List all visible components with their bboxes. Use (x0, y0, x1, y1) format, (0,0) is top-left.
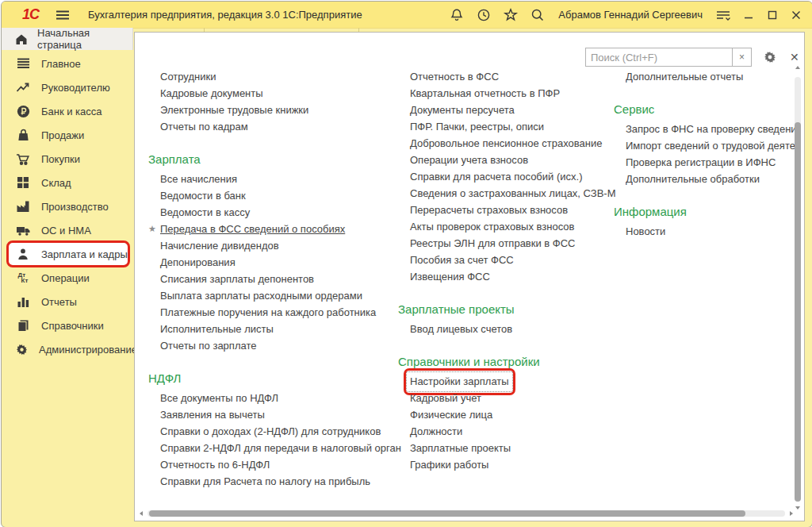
favorites-star-icon[interactable] (503, 7, 519, 23)
scroll-left-arrow[interactable] (140, 511, 143, 516)
search-icon[interactable] (530, 7, 546, 23)
menu-link[interactable]: ★Импорт сведений о трудовой деятельност (626, 137, 798, 154)
ruble-circle-icon (15, 105, 31, 118)
maximize-button[interactable] (766, 9, 779, 21)
content-panel: × ✕ ★Сотрудники★Кадровые документы★Элект… (134, 32, 805, 521)
menu-link[interactable]: ★Ведомости в кассу (160, 204, 394, 221)
menu-link[interactable]: ★Отчеты по зарплате (160, 337, 394, 354)
menu-link[interactable]: ★Операции учета взносов (410, 152, 632, 168)
book-icon (15, 319, 31, 332)
home-tab-label: Начальная страница (37, 27, 132, 51)
bag-icon (15, 129, 31, 142)
cart-icon (15, 152, 31, 166)
menu-link[interactable]: ★Дополнительные обработки (626, 171, 798, 187)
menu-link[interactable]: ★Настройки зарплаты (410, 373, 632, 390)
sidebar-item-os-i-nma[interactable]: ОС и НМА (2, 218, 133, 242)
menu-link[interactable]: ★Акты проверок страховых взносов (410, 218, 632, 235)
menu-link[interactable]: ★Отчетность в ФСС (410, 68, 632, 85)
window-title: Бухгалтерия предприятия, редакция 3.0 1С… (88, 9, 362, 21)
menu-link[interactable]: ★Кадровые документы (160, 85, 394, 102)
scroll-right-arrow[interactable] (790, 511, 793, 516)
menu-link[interactable]: ★Платежные поручения на каждого работник… (160, 304, 394, 321)
minimize-button[interactable] (742, 9, 755, 21)
menu-link[interactable]: ★Пособия за счет ФСС (410, 252, 632, 268)
menu-link[interactable]: ★Справки 2-НДФЛ для передачи в налоговый… (160, 440, 394, 456)
menu-link[interactable]: ★Выплата зарплаты расходными ордерами (160, 287, 394, 304)
menu-link[interactable]: ★Реестры ЭЛН для отправки в ФСС (410, 235, 632, 252)
menu-link[interactable]: ★Кадровый учет (410, 390, 632, 406)
sidebar-item-zarplata-i-kadry[interactable]: Зарплата и кадры (7, 242, 129, 266)
vertical-scrollbar[interactable] (795, 72, 801, 503)
menu-link[interactable]: ★Зарплатные проекты (410, 440, 632, 456)
menu-link[interactable]: ★Передача в ФСС сведений о пособиях (160, 221, 394, 237)
menu-link[interactable]: ★Справки о доходах (2-НДФЛ) для сотрудни… (160, 423, 394, 440)
menu-link[interactable]: ★Должности (410, 423, 632, 440)
service-menu-icon[interactable] (715, 8, 731, 22)
truck-icon (15, 225, 31, 237)
scroll-up-arrow[interactable] (795, 66, 800, 69)
1c-logo: 1С (22, 6, 39, 23)
section-header: Зарплата (148, 151, 394, 167)
section-header: Сервис (614, 101, 798, 117)
menu-link[interactable]: ★Извещения ФСС (410, 268, 632, 285)
menu-link[interactable]: ★ПФР. Пачки, реестры, описи (410, 118, 632, 135)
notifications-bell-icon[interactable] (449, 7, 465, 23)
sidebar-item-rukovoditelyu[interactable]: Руководителю (2, 75, 133, 99)
menu-link[interactable]: ★Документы персучета (410, 102, 632, 118)
menu-link[interactable]: ★Запрос в ФНС на проверку сведений рабо (626, 121, 798, 137)
menu-link[interactable]: ★Сведения о застрахованных лицах, СЗВ-М (410, 185, 632, 202)
sidebar-item-proizvodstvo[interactable]: Производство (2, 194, 133, 218)
search-clear-button[interactable]: × (732, 48, 752, 67)
menu-link[interactable]: ★Графики работы (410, 456, 632, 473)
menu-link[interactable]: ★Заявления на вычеты (160, 406, 394, 423)
main-menu-icon[interactable] (55, 8, 71, 22)
menu-link[interactable]: ★Справки для расчета пособий (исх.) (410, 168, 632, 185)
sidebar-item-sklad[interactable]: Склад (2, 171, 133, 194)
scroll-down-arrow[interactable] (795, 506, 800, 510)
menu-link[interactable]: ★Все документы по НДФЛ (160, 390, 394, 406)
sidebar-item-bank-i-kassa[interactable]: Банк и касса (2, 99, 133, 123)
menu-link[interactable]: ★Ввод лицевых счетов (410, 321, 632, 337)
menu-link[interactable]: ★Электронные трудовые книжки (160, 102, 394, 118)
menu-link[interactable]: ★Физические лица (410, 406, 632, 423)
home-tab[interactable]: Начальная страница (2, 28, 133, 50)
grid-icon (15, 176, 31, 189)
user-name[interactable]: Абрамов Геннадий Сергеевич (558, 9, 703, 21)
menu-link[interactable]: ★Отчетность по 6-НДФЛ (160, 456, 394, 473)
menu-link[interactable]: ★Проверка регистрации в ИФНС (626, 154, 798, 171)
sidebar-item-otchety[interactable]: Отчеты (2, 290, 133, 314)
sidebar-item-glavnoe[interactable]: Главное (2, 52, 133, 75)
menu-link[interactable]: ★Отчеты по кадрам (160, 118, 394, 135)
menu-link[interactable]: ★Сотрудники (160, 68, 394, 85)
function-search: × ✕ (585, 48, 799, 67)
sidebar-item-pokupki[interactable]: Покупки (2, 147, 133, 171)
sidebar-item-administrirovanie[interactable]: Администрирование (2, 337, 133, 361)
horizontal-scroll-thumb[interactable] (149, 510, 745, 517)
panel-close-icon[interactable]: ✕ (790, 51, 799, 63)
settings-gear-icon[interactable] (763, 50, 777, 64)
section-header: Зарплатные проекты (398, 301, 632, 317)
menu-link[interactable]: ★Добровольное пенсионное страхование (410, 135, 632, 152)
menu-link[interactable]: ★Списания зарплаты депонентов (160, 271, 394, 287)
favorite-star-icon[interactable]: ★ (148, 221, 160, 237)
menu-link[interactable]: ★Все начисления (160, 171, 394, 187)
dt-kt-icon: ДтКт (15, 272, 31, 283)
bar-chart-icon (15, 295, 31, 308)
close-button[interactable] (790, 9, 802, 21)
menu-link[interactable]: ★Справки для Расчета по налогу на прибыл… (160, 473, 394, 490)
menu-link[interactable]: ★Перерасчеты страховых взносов (410, 202, 632, 218)
menu-link[interactable]: ★Новости (626, 223, 798, 240)
menu-link[interactable]: ★Депонирования (160, 254, 394, 271)
history-icon[interactable] (476, 7, 492, 23)
sidebar-item-operacii[interactable]: ДтКт Операции (2, 266, 133, 290)
menu-link[interactable]: ★Дополнительные отчеты (626, 68, 798, 85)
sidebar-item-spravochniki[interactable]: Справочники (2, 314, 133, 337)
menu-link[interactable]: ★Исполнительные листы (160, 321, 394, 337)
menu-link[interactable]: ★Ведомости в банк (160, 187, 394, 204)
menu-link[interactable]: ★Квартальная отчетность в ПФР (410, 85, 632, 102)
menu-link[interactable]: ★Начисление дивидендов (160, 237, 394, 254)
search-input[interactable] (585, 48, 733, 67)
horizontal-scrollbar[interactable] (140, 510, 793, 517)
sidebar-item-prodazhi[interactable]: Продажи (2, 123, 133, 147)
vertical-scroll-thumb[interactable] (795, 122, 801, 502)
